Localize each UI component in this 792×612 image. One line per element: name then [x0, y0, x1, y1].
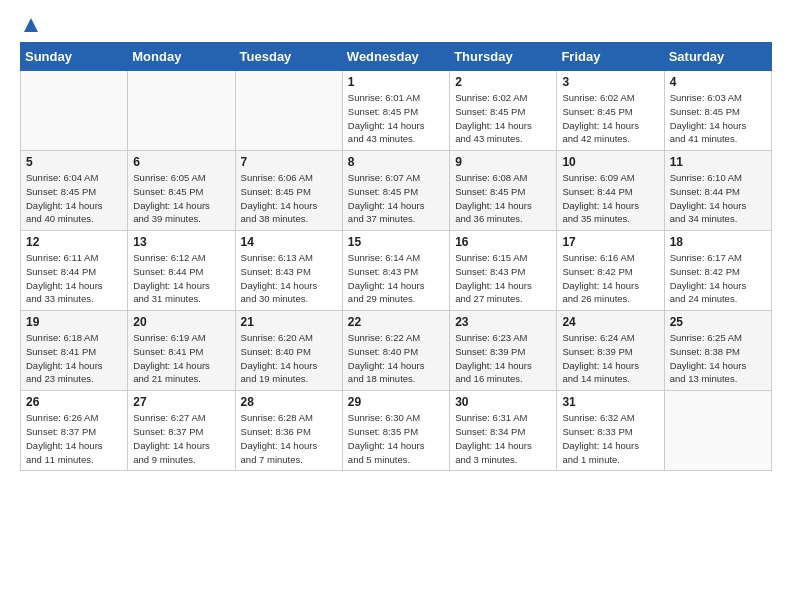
day-number: 7 — [241, 155, 337, 169]
day-info: Sunrise: 6:16 AMSunset: 8:42 PMDaylight:… — [562, 251, 658, 306]
svg-marker-0 — [24, 18, 38, 32]
day-cell: 18Sunrise: 6:17 AMSunset: 8:42 PMDayligh… — [664, 231, 771, 311]
day-info: Sunrise: 6:19 AMSunset: 8:41 PMDaylight:… — [133, 331, 229, 386]
day-number: 28 — [241, 395, 337, 409]
page: SundayMondayTuesdayWednesdayThursdayFrid… — [0, 0, 792, 612]
day-number: 3 — [562, 75, 658, 89]
week-row-1: 1Sunrise: 6:01 AMSunset: 8:45 PMDaylight… — [21, 71, 772, 151]
day-info: Sunrise: 6:02 AMSunset: 8:45 PMDaylight:… — [562, 91, 658, 146]
header — [20, 16, 772, 32]
day-cell: 28Sunrise: 6:28 AMSunset: 8:36 PMDayligh… — [235, 391, 342, 471]
day-cell: 13Sunrise: 6:12 AMSunset: 8:44 PMDayligh… — [128, 231, 235, 311]
day-number: 6 — [133, 155, 229, 169]
day-info: Sunrise: 6:10 AMSunset: 8:44 PMDaylight:… — [670, 171, 766, 226]
day-number: 24 — [562, 315, 658, 329]
day-number: 29 — [348, 395, 444, 409]
day-cell — [128, 71, 235, 151]
day-cell: 21Sunrise: 6:20 AMSunset: 8:40 PMDayligh… — [235, 311, 342, 391]
logo — [20, 16, 40, 32]
day-cell: 10Sunrise: 6:09 AMSunset: 8:44 PMDayligh… — [557, 151, 664, 231]
day-info: Sunrise: 6:28 AMSunset: 8:36 PMDaylight:… — [241, 411, 337, 466]
weekday-tuesday: Tuesday — [235, 43, 342, 71]
day-info: Sunrise: 6:11 AMSunset: 8:44 PMDaylight:… — [26, 251, 122, 306]
day-cell: 15Sunrise: 6:14 AMSunset: 8:43 PMDayligh… — [342, 231, 449, 311]
day-cell: 11Sunrise: 6:10 AMSunset: 8:44 PMDayligh… — [664, 151, 771, 231]
day-cell: 4Sunrise: 6:03 AMSunset: 8:45 PMDaylight… — [664, 71, 771, 151]
day-number: 2 — [455, 75, 551, 89]
day-info: Sunrise: 6:04 AMSunset: 8:45 PMDaylight:… — [26, 171, 122, 226]
day-info: Sunrise: 6:13 AMSunset: 8:43 PMDaylight:… — [241, 251, 337, 306]
day-cell: 30Sunrise: 6:31 AMSunset: 8:34 PMDayligh… — [450, 391, 557, 471]
day-info: Sunrise: 6:06 AMSunset: 8:45 PMDaylight:… — [241, 171, 337, 226]
day-info: Sunrise: 6:17 AMSunset: 8:42 PMDaylight:… — [670, 251, 766, 306]
week-row-3: 12Sunrise: 6:11 AMSunset: 8:44 PMDayligh… — [21, 231, 772, 311]
day-cell: 8Sunrise: 6:07 AMSunset: 8:45 PMDaylight… — [342, 151, 449, 231]
day-number: 4 — [670, 75, 766, 89]
day-cell: 7Sunrise: 6:06 AMSunset: 8:45 PMDaylight… — [235, 151, 342, 231]
day-info: Sunrise: 6:26 AMSunset: 8:37 PMDaylight:… — [26, 411, 122, 466]
day-number: 1 — [348, 75, 444, 89]
day-number: 15 — [348, 235, 444, 249]
weekday-thursday: Thursday — [450, 43, 557, 71]
day-cell: 19Sunrise: 6:18 AMSunset: 8:41 PMDayligh… — [21, 311, 128, 391]
day-cell — [235, 71, 342, 151]
day-info: Sunrise: 6:15 AMSunset: 8:43 PMDaylight:… — [455, 251, 551, 306]
day-cell: 2Sunrise: 6:02 AMSunset: 8:45 PMDaylight… — [450, 71, 557, 151]
day-number: 21 — [241, 315, 337, 329]
day-info: Sunrise: 6:20 AMSunset: 8:40 PMDaylight:… — [241, 331, 337, 386]
day-cell — [21, 71, 128, 151]
day-cell: 29Sunrise: 6:30 AMSunset: 8:35 PMDayligh… — [342, 391, 449, 471]
day-info: Sunrise: 6:01 AMSunset: 8:45 PMDaylight:… — [348, 91, 444, 146]
day-number: 20 — [133, 315, 229, 329]
day-number: 17 — [562, 235, 658, 249]
day-info: Sunrise: 6:23 AMSunset: 8:39 PMDaylight:… — [455, 331, 551, 386]
day-info: Sunrise: 6:25 AMSunset: 8:38 PMDaylight:… — [670, 331, 766, 386]
day-cell — [664, 391, 771, 471]
day-cell: 24Sunrise: 6:24 AMSunset: 8:39 PMDayligh… — [557, 311, 664, 391]
day-cell: 17Sunrise: 6:16 AMSunset: 8:42 PMDayligh… — [557, 231, 664, 311]
weekday-wednesday: Wednesday — [342, 43, 449, 71]
day-info: Sunrise: 6:22 AMSunset: 8:40 PMDaylight:… — [348, 331, 444, 386]
week-row-2: 5Sunrise: 6:04 AMSunset: 8:45 PMDaylight… — [21, 151, 772, 231]
day-info: Sunrise: 6:31 AMSunset: 8:34 PMDaylight:… — [455, 411, 551, 466]
day-cell: 16Sunrise: 6:15 AMSunset: 8:43 PMDayligh… — [450, 231, 557, 311]
day-info: Sunrise: 6:30 AMSunset: 8:35 PMDaylight:… — [348, 411, 444, 466]
weekday-friday: Friday — [557, 43, 664, 71]
day-number: 9 — [455, 155, 551, 169]
day-info: Sunrise: 6:24 AMSunset: 8:39 PMDaylight:… — [562, 331, 658, 386]
day-number: 19 — [26, 315, 122, 329]
day-number: 22 — [348, 315, 444, 329]
logo-icon — [22, 16, 40, 34]
day-number: 27 — [133, 395, 229, 409]
day-info: Sunrise: 6:27 AMSunset: 8:37 PMDaylight:… — [133, 411, 229, 466]
day-info: Sunrise: 6:07 AMSunset: 8:45 PMDaylight:… — [348, 171, 444, 226]
day-info: Sunrise: 6:09 AMSunset: 8:44 PMDaylight:… — [562, 171, 658, 226]
day-cell: 22Sunrise: 6:22 AMSunset: 8:40 PMDayligh… — [342, 311, 449, 391]
day-number: 14 — [241, 235, 337, 249]
day-cell: 27Sunrise: 6:27 AMSunset: 8:37 PMDayligh… — [128, 391, 235, 471]
day-number: 26 — [26, 395, 122, 409]
day-info: Sunrise: 6:05 AMSunset: 8:45 PMDaylight:… — [133, 171, 229, 226]
day-number: 8 — [348, 155, 444, 169]
day-cell: 6Sunrise: 6:05 AMSunset: 8:45 PMDaylight… — [128, 151, 235, 231]
day-number: 16 — [455, 235, 551, 249]
day-cell: 23Sunrise: 6:23 AMSunset: 8:39 PMDayligh… — [450, 311, 557, 391]
day-cell: 31Sunrise: 6:32 AMSunset: 8:33 PMDayligh… — [557, 391, 664, 471]
day-cell: 25Sunrise: 6:25 AMSunset: 8:38 PMDayligh… — [664, 311, 771, 391]
weekday-saturday: Saturday — [664, 43, 771, 71]
day-info: Sunrise: 6:08 AMSunset: 8:45 PMDaylight:… — [455, 171, 551, 226]
day-info: Sunrise: 6:32 AMSunset: 8:33 PMDaylight:… — [562, 411, 658, 466]
day-number: 12 — [26, 235, 122, 249]
day-cell: 20Sunrise: 6:19 AMSunset: 8:41 PMDayligh… — [128, 311, 235, 391]
day-number: 23 — [455, 315, 551, 329]
day-number: 25 — [670, 315, 766, 329]
day-cell: 12Sunrise: 6:11 AMSunset: 8:44 PMDayligh… — [21, 231, 128, 311]
day-cell: 5Sunrise: 6:04 AMSunset: 8:45 PMDaylight… — [21, 151, 128, 231]
day-cell: 14Sunrise: 6:13 AMSunset: 8:43 PMDayligh… — [235, 231, 342, 311]
day-number: 5 — [26, 155, 122, 169]
day-info: Sunrise: 6:14 AMSunset: 8:43 PMDaylight:… — [348, 251, 444, 306]
day-number: 18 — [670, 235, 766, 249]
week-row-4: 19Sunrise: 6:18 AMSunset: 8:41 PMDayligh… — [21, 311, 772, 391]
day-info: Sunrise: 6:12 AMSunset: 8:44 PMDaylight:… — [133, 251, 229, 306]
day-cell: 26Sunrise: 6:26 AMSunset: 8:37 PMDayligh… — [21, 391, 128, 471]
